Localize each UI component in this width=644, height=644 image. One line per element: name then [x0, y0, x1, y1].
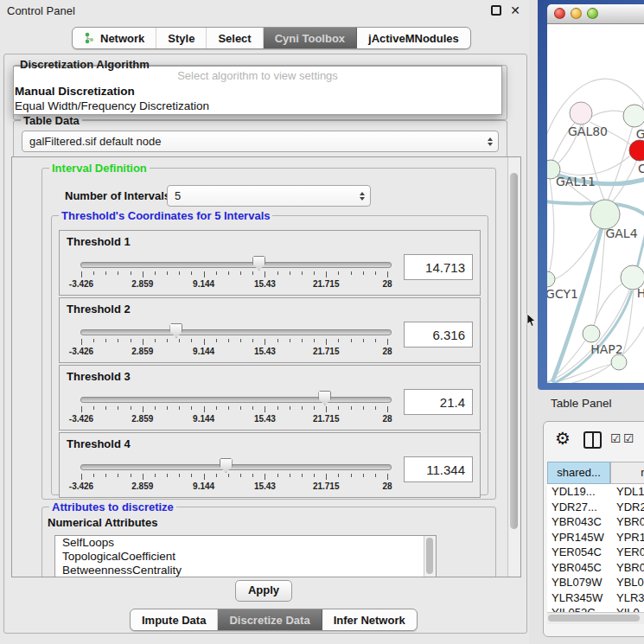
network-canvas[interactable]: GAL80GACGAL11GAL4GCY1HHAP2 [547, 24, 644, 383]
slider-thumb[interactable] [318, 391, 331, 405]
tab-discretize-data[interactable]: Discretize Data [218, 609, 322, 630]
checkbox-checked-icon[interactable]: ☑ [623, 432, 634, 444]
tab-label: Infer Network [334, 614, 405, 627]
tab-jactivemnodules[interactable]: jActiveMNodules [357, 28, 470, 48]
threshold-panel-1: Threshold 1-3.4262.8599.14415.4321.71528… [59, 230, 481, 296]
table-row[interactable]: YBR043CYBR0 [547, 514, 644, 530]
network-node[interactable] [611, 354, 627, 370]
table-data-combobox[interactable]: galFiltered.sif default node [22, 131, 499, 152]
slider-tick [191, 474, 192, 477]
tab-select[interactable]: Select [207, 28, 263, 48]
tab-label: Network [100, 32, 144, 45]
table-horizontal-scrollbar[interactable] [547, 612, 644, 624]
threshold-label: Threshold 2 [67, 303, 131, 316]
slider-thumb[interactable] [169, 323, 182, 338]
network-node[interactable] [583, 325, 600, 342]
slider-tick [265, 271, 265, 277]
network-node[interactable] [623, 105, 644, 127]
tab-cyni-toolbox[interactable]: Cyni Toolbox [264, 28, 357, 48]
threshold-slider-track[interactable] [80, 397, 392, 403]
table-row[interactable]: YLR345WYLR3 [547, 590, 644, 606]
table-row[interactable]: YIL052CYIL0 [547, 605, 644, 612]
slider-tick-label: 2.859 [131, 347, 153, 356]
tab-label: Select [218, 32, 251, 45]
attribute-list-item[interactable]: BetweennessCentrality [55, 564, 436, 577]
slider-tick-label: 28 [382, 347, 392, 356]
network-node[interactable] [570, 102, 592, 124]
slider-tick [277, 406, 278, 410]
numerical-attributes-list[interactable]: SelfLoopsTopologicalCoefficientBetweenne… [54, 535, 437, 577]
slider-tick [351, 271, 352, 275]
float-window-icon[interactable] [491, 5, 501, 16]
minimize-traffic-light-icon[interactable] [571, 8, 582, 19]
number-of-intervals-value: 5 [175, 189, 181, 202]
slider-tick [167, 339, 168, 342]
dropdown-option-equal-width-frequency-discretization[interactable]: Equal Width/Frequency Discretization [14, 99, 501, 113]
zoom-traffic-light-icon[interactable] [587, 8, 598, 19]
checkbox-checked-icon[interactable]: ☑ [610, 432, 622, 444]
number-of-intervals-combobox[interactable]: 5 [167, 185, 371, 207]
slider-tick-label: 15.43 [254, 347, 276, 356]
slider-tick [265, 339, 265, 345]
slider-tick [351, 474, 352, 477]
column-header-na[interactable]: na [610, 462, 644, 484]
column-header-shared[interactable]: shared... [547, 462, 610, 484]
slider-tick [105, 339, 106, 342]
threshold-value-field[interactable]: 21.4 [404, 389, 473, 415]
tab-style[interactable]: Style [156, 28, 207, 48]
slider-tick [155, 406, 156, 410]
threshold-slider-track[interactable] [80, 464, 392, 470]
slider-tick [179, 339, 180, 342]
close-icon[interactable]: ✕ [510, 6, 520, 16]
attribute-list-item[interactable]: TopologicalCoefficient [55, 550, 436, 564]
settings-vertical-scrollbar[interactable] [507, 157, 520, 577]
cell-name: YBR0 [610, 514, 644, 530]
slider-tick [290, 474, 290, 477]
network-node[interactable] [547, 271, 555, 287]
threshold-value-field[interactable]: 11.344 [404, 456, 473, 482]
dropdown-option-manual-discretization[interactable]: Manual Discretization [14, 84, 501, 99]
threshold-slider-track[interactable] [80, 262, 392, 268]
column-layout-icon[interactable] [583, 431, 602, 449]
numerical-attributes-label: Numerical Attributes [48, 516, 157, 529]
network-node[interactable] [590, 200, 620, 229]
table-row[interactable]: YDR27...YDR2 [547, 500, 644, 515]
slider-tick-label: 28 [382, 279, 392, 289]
slider-tick [93, 474, 94, 477]
table-row[interactable]: YBL079WYBL0 [547, 575, 644, 590]
cell-shared-name: YDR27... [547, 500, 610, 515]
slider-tick [118, 271, 118, 275]
slider-tick [375, 339, 376, 342]
slider-tick [302, 474, 303, 477]
node-label-ga: GA [636, 127, 644, 141]
gear-icon[interactable]: ⚙ [555, 427, 571, 450]
slider-tick [143, 339, 143, 345]
slider-thumb[interactable] [252, 256, 265, 271]
threshold-value-field[interactable]: 6.316 [404, 322, 473, 348]
tab-infer-network[interactable]: Infer Network [322, 609, 417, 630]
network-node[interactable] [629, 140, 644, 161]
slider-thumb[interactable] [220, 458, 233, 473]
close-traffic-light-icon[interactable] [554, 8, 565, 19]
threshold-slider-track[interactable] [80, 329, 392, 335]
attribute-list-item[interactable]: SelfLoops [55, 536, 436, 550]
attributes-scrollbar[interactable] [424, 536, 436, 577]
slider-tick [179, 406, 180, 410]
slider-tick [375, 474, 376, 477]
table-row[interactable]: YPR145WYPR1 [547, 530, 644, 545]
tab-network[interactable]: Network [73, 28, 156, 48]
slider-tick [290, 406, 290, 410]
slider-tick [167, 474, 168, 477]
table-row[interactable]: YBR045CYBR0 [547, 560, 644, 576]
slider-tick [314, 339, 315, 342]
slider-tick [338, 406, 339, 410]
slider-tick-label: 21.715 [313, 414, 340, 424]
combo-stepper-icon [360, 192, 365, 201]
tab-impute-data[interactable]: Impute Data [131, 609, 218, 630]
cell-shared-name: YBR043C [547, 514, 610, 530]
table-row[interactable]: YDL19...YDL1 [547, 484, 644, 500]
apply-button[interactable]: Apply [235, 580, 292, 602]
table-row[interactable]: YER054CYER0 [547, 545, 644, 560]
threshold-value-field[interactable]: 14.713 [404, 254, 473, 280]
threshold-panel-3: Threshold 3-3.4262.8599.14415.4321.71528… [59, 365, 481, 430]
